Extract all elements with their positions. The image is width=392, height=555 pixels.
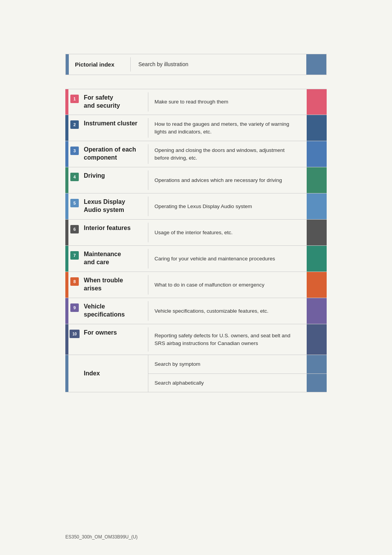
row9-desc: Vehicle specifications, customizable fea… [148, 298, 307, 324]
index-row-10[interactable]: 10 For owners Reporting safety defects f… [65, 324, 327, 355]
row7-left-bar [65, 246, 68, 272]
row10-desc: Reporting safety defects for U.S. owners… [148, 324, 307, 355]
row10-title: For owners [81, 324, 148, 355]
row4-color-block [307, 167, 327, 193]
row6-left-bar [65, 220, 68, 245]
index-row-index[interactable]: Index Search by symptom Search alphabeti… [65, 355, 327, 392]
row10-color-block [307, 324, 327, 355]
content-area: Pictorial index Search by illustration 1… [0, 0, 392, 423]
row2-num-cell: 2 [68, 115, 81, 141]
row8-color-block [307, 272, 327, 298]
row5-title: Lexus DisplayAudio system [81, 193, 148, 219]
index-row-3[interactable]: 3 Operation of eachcomponent Opening and… [65, 141, 327, 167]
index-row-5[interactable]: 5 Lexus DisplayAudio system Operating th… [65, 193, 327, 220]
row10-badge: 10 [70, 330, 80, 338]
row2-color-block [307, 115, 327, 141]
index-row-7[interactable]: 7 Maintenanceand care Caring for your ve… [65, 246, 327, 272]
row3-title: Operation of eachcomponent [81, 141, 148, 167]
row5-left-bar [65, 193, 68, 219]
index-row-2[interactable]: 2 Instrument cluster How to read the gau… [65, 115, 327, 141]
row9-color-block [307, 298, 327, 324]
row9-title: Vehiclespecifications [81, 298, 148, 324]
row1-title: For safetyand security [81, 89, 148, 115]
index-num-cell [68, 355, 81, 392]
row5-color-block [307, 193, 327, 219]
pictorial-label[interactable]: Pictorial index [69, 54, 130, 75]
index-right: Search by symptom Search alphabetically [148, 355, 327, 392]
row1-color-block [307, 89, 327, 115]
index-sub2-desc: Search alphabetically [148, 374, 307, 392]
footer-text: ES350_300h_OM_OM33B99U_(U) [65, 534, 138, 540]
pictorial-left-bar [66, 54, 69, 75]
row2-title: Instrument cluster [81, 115, 148, 141]
row1-left-bar [65, 89, 68, 115]
row4-num-cell: 4 [68, 167, 81, 193]
index-sub1-color-block [307, 355, 327, 373]
row4-desc: Operations and advices which are necessa… [148, 167, 307, 193]
row10-left-bar [65, 324, 68, 355]
row6-badge: 6 [70, 225, 79, 233]
index-left: Index [65, 355, 148, 392]
index-row-1[interactable]: 1 For safetyand security Make sure to re… [65, 89, 327, 115]
index-table: 1 For safetyand security Make sure to re… [65, 89, 327, 392]
row6-color-block [307, 220, 327, 245]
row8-num-cell: 8 [68, 272, 81, 298]
row7-num-cell: 7 [68, 246, 81, 272]
index-row-6[interactable]: 6 Interior features Usage of the interio… [65, 220, 327, 246]
row2-left-bar [65, 115, 68, 141]
pictorial-desc: Search by illustration [131, 54, 306, 75]
pictorial-index-row[interactable]: Pictorial index Search by illustration [65, 54, 327, 75]
row3-num-cell: 3 [68, 141, 81, 167]
page: Pictorial index Search by illustration 1… [0, 0, 392, 555]
row7-title: Maintenanceand care [81, 246, 148, 272]
row6-num-cell: 6 [68, 220, 81, 245]
row1-badge: 1 [70, 95, 79, 103]
row4-left-bar [65, 167, 68, 193]
row5-badge: 5 [70, 199, 79, 207]
row8-desc: What to do in case of malfunction or eme… [148, 272, 307, 298]
row5-num-cell: 5 [68, 193, 81, 219]
row7-color-block [307, 246, 327, 272]
row5-desc: Operating the Lexus Display Audio system [148, 193, 307, 219]
index-title-cell: Index [81, 355, 148, 392]
row4-badge: 4 [70, 173, 79, 181]
row9-num-cell: 9 [68, 298, 81, 324]
index-row-8[interactable]: 8 When troublearises What to do in case … [65, 272, 327, 298]
row7-badge: 7 [70, 251, 79, 260]
row9-badge: 9 [70, 303, 79, 312]
index-row-4[interactable]: 4 Driving Operations and advices which a… [65, 167, 327, 193]
index-sub2-color-block [307, 374, 327, 392]
row7-desc: Caring for your vehicle and maintenance … [148, 246, 307, 272]
row3-badge: 3 [70, 147, 79, 155]
row1-desc: Make sure to read through them [148, 89, 307, 115]
index-sub-row-1[interactable]: Search by symptom [148, 355, 327, 374]
row2-desc: How to read the gauges and meters, the v… [148, 115, 307, 141]
row8-left-bar [65, 272, 68, 298]
row10-num-cell: 10 [68, 324, 81, 355]
row3-left-bar [65, 141, 68, 167]
row2-badge: 2 [70, 120, 79, 129]
row9-left-bar [65, 298, 68, 324]
index-left-bar [65, 355, 68, 392]
pictorial-color-block [306, 54, 326, 75]
row4-title: Driving [81, 167, 148, 193]
index-row-9[interactable]: 9 Vehiclespecifications Vehicle specific… [65, 298, 327, 324]
index-sub1-desc: Search by symptom [148, 355, 307, 373]
row3-desc: Opening and closing the doors and window… [148, 141, 307, 167]
row1-num-cell: 1 [68, 89, 81, 115]
index-sub-row-2[interactable]: Search alphabetically [148, 374, 327, 392]
row8-badge: 8 [70, 277, 79, 286]
row8-title: When troublearises [81, 272, 148, 298]
row6-title: Interior features [81, 220, 148, 245]
row3-color-block [307, 141, 327, 167]
row6-desc: Usage of the interior features, etc. [148, 220, 307, 245]
